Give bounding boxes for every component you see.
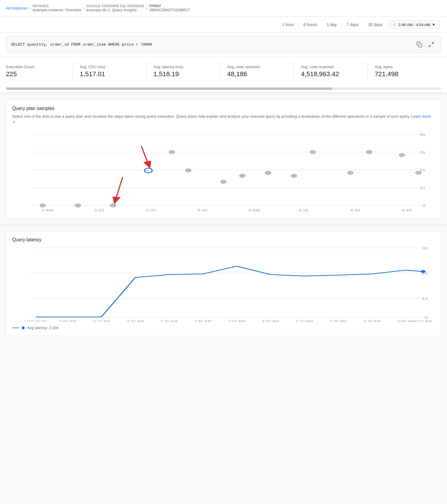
svg-text:4:20 AM: 4:20 AM xyxy=(330,320,347,322)
svg-line-37 xyxy=(114,177,123,203)
stat-avg-cpu-label: Avg. CPU (ms) xyxy=(80,65,139,69)
expand-button[interactable] xyxy=(427,40,436,49)
query-plan-svg: 4s 3s 2s 1s 0 3 AM 3:15 3:30 3:45 4 AM 4… xyxy=(12,130,435,213)
stat-avg-rows-scanned-value: 4,518,963.42 xyxy=(301,70,360,78)
svg-text:0: 0 xyxy=(422,204,426,208)
svg-point-23 xyxy=(110,204,116,207)
breadcrumb-sep-3: › xyxy=(146,6,147,11)
svg-text:3:40 AM: 3:40 AM xyxy=(194,320,211,322)
stat-avg-cpu: Avg. CPU (ms) 1,517.01 xyxy=(80,62,147,80)
svg-point-25 xyxy=(169,150,175,154)
latency-line xyxy=(36,266,423,317)
query-latency-title: Query latency xyxy=(12,237,435,243)
svg-text:4:10 AM: 4:10 AM xyxy=(296,320,313,322)
svg-text:1s: 1s xyxy=(422,296,428,300)
svg-point-28 xyxy=(239,174,245,178)
query-section: SELECT quantity, order_id FROM order_ite… xyxy=(0,33,447,56)
svg-point-31 xyxy=(310,150,316,154)
breadcrumb-instance[interactable]: INSTANCE example-instance: Overview xyxy=(33,4,81,12)
svg-text:UTC+5:30: UTC+5:30 xyxy=(25,320,47,322)
query-plan-title: Query plan samples xyxy=(12,106,435,111)
stat-execution-count-label: Execution Count xyxy=(6,65,65,69)
query-text: SELECT quantity, order_id FROM order_ite… xyxy=(11,42,152,47)
stat-execution-count-value: 225 xyxy=(6,70,65,78)
svg-text:4:00 AM: 4:00 AM xyxy=(262,320,279,322)
svg-point-24 xyxy=(145,168,152,173)
svg-line-1 xyxy=(432,42,434,44)
time-btn-6hours[interactable]: 6 hours xyxy=(300,20,321,29)
stat-avg-latency-value: 1,518.19 xyxy=(153,70,213,78)
stat-avg-bytes: Avg. bytes 721,498 xyxy=(375,62,441,80)
svg-text:1s: 1s xyxy=(419,186,425,190)
query-plan-desc: Select one of the dots to see a query pl… xyxy=(12,114,435,125)
svg-text:3:30 AM: 3:30 AM xyxy=(160,320,178,322)
dropdown-icon: ▼ xyxy=(432,23,435,27)
svg-text:3:50 AM: 3:50 AM xyxy=(228,320,245,322)
svg-text:3:10 AM: 3:10 AM xyxy=(93,320,110,322)
breadcrumb-sep-2: › xyxy=(83,6,85,11)
svg-text:4 AM: 4 AM xyxy=(248,208,260,212)
time-btn-7days[interactable]: 7 days xyxy=(343,20,362,29)
stat-avg-rows-scanned: Avg. rows scanned 4,518,963.42 xyxy=(301,62,368,80)
svg-text:3s: 3s xyxy=(419,150,425,154)
svg-text:4:15: 4:15 xyxy=(298,208,308,212)
breadcrumb-instance-name: example-instance: Overview xyxy=(33,8,81,12)
svg-text:3:30: 3:30 xyxy=(146,208,156,212)
svg-text:4:40 AM: 4:40 AM xyxy=(397,320,414,322)
stat-avg-latency-label: Avg. latency (ms) xyxy=(153,65,213,69)
breadcrumb-db-type: GOOGLE STANDARD SQL DATABASE xyxy=(86,4,144,8)
svg-point-26 xyxy=(185,169,191,172)
latency-end-dot xyxy=(421,270,426,273)
query-latency-chart: 3s 2s 1s 0 UTC+5:30 3:00 AM 3:10 AM 3:20… xyxy=(12,245,435,322)
svg-point-27 xyxy=(221,180,226,184)
section-divider-1 xyxy=(0,92,447,95)
query-latency-card: Query latency 3s 2s 1s 0 UTC+5:30 3:00 A… xyxy=(6,231,441,336)
svg-text:3:20 AM: 3:20 AM xyxy=(127,320,144,322)
svg-point-21 xyxy=(40,204,45,207)
stat-avg-latency: Avg. latency (ms) 1,518.19 xyxy=(153,62,220,80)
stat-execution-count: Execution Count 225 xyxy=(6,62,73,80)
stat-avg-rows-returned: Avg. rows returned 48,186 xyxy=(227,62,294,80)
stats-row: Execution Count 225 Avg. CPU (ms) 1,517.… xyxy=(0,56,447,86)
svg-point-35 xyxy=(416,171,421,175)
latency-legend: Avg latency: 2.19s xyxy=(12,326,435,330)
time-btn-1day[interactable]: 1 day xyxy=(323,20,341,29)
query-plan-chart[interactable]: 4s 3s 2s 1s 0 3 AM 3:15 3:30 3:45 4 AM 4… xyxy=(12,130,435,213)
svg-point-32 xyxy=(348,171,353,175)
time-btn-1hour[interactable]: 1 hour xyxy=(279,20,298,29)
copy-button[interactable] xyxy=(415,40,424,49)
svg-text:4:50 AM: 4:50 AM xyxy=(414,320,432,322)
svg-text:3:45: 3:45 xyxy=(197,208,207,212)
time-filter-bar: 1 hour 6 hours 1 day 7 days 30 days ✓ 2:… xyxy=(0,17,447,33)
legend-line-icon xyxy=(12,328,19,328)
svg-point-22 xyxy=(75,204,81,207)
svg-point-33 xyxy=(366,150,372,154)
breadcrumb-sep-1: › xyxy=(29,6,31,11)
stat-avg-bytes-label: Avg. bytes xyxy=(375,65,434,69)
svg-line-2 xyxy=(429,45,431,47)
time-range-label: 2:46 AM - 4:54 AM xyxy=(398,23,430,27)
latency-svg: 3s 2s 1s 0 UTC+5:30 3:00 AM 3:10 AM 3:20… xyxy=(12,245,435,322)
breadcrumb-database[interactable]: GOOGLE STANDARD SQL DATABASE example-db-… xyxy=(86,4,144,12)
horizontal-scrollbar-thumb[interactable] xyxy=(6,87,332,90)
svg-text:3 AM: 3 AM xyxy=(42,208,53,212)
query-actions xyxy=(415,40,436,49)
legend-dot-icon xyxy=(22,326,25,329)
svg-rect-0 xyxy=(419,44,422,47)
breadcrumb-fprint-type: FPRINT xyxy=(149,4,190,8)
check-icon: ✓ xyxy=(393,22,397,27)
svg-point-29 xyxy=(265,171,271,175)
stat-avg-rows-returned-value: 48,186 xyxy=(227,70,287,78)
stats-section: Execution Count 225 Avg. CPU (ms) 1,517.… xyxy=(0,56,447,92)
breadcrumb-all-instances[interactable]: All instances xyxy=(6,6,28,10)
svg-text:4:30: 4:30 xyxy=(350,208,360,212)
svg-line-36 xyxy=(141,146,150,168)
time-btn-30days[interactable]: 30 days xyxy=(365,20,386,29)
svg-text:3:00 AM: 3:00 AM xyxy=(59,320,76,322)
svg-text:3:15: 3:15 xyxy=(94,208,104,212)
query-box: SELECT quantity, order_id FROM order_ite… xyxy=(6,36,441,53)
svg-text:4:30 AM: 4:30 AM xyxy=(363,320,381,322)
svg-text:0: 0 xyxy=(425,316,428,320)
time-range-picker[interactable]: ✓ 2:46 AM - 4:54 AM ▼ xyxy=(389,20,440,29)
stat-avg-bytes-value: 721,498 xyxy=(375,70,434,78)
